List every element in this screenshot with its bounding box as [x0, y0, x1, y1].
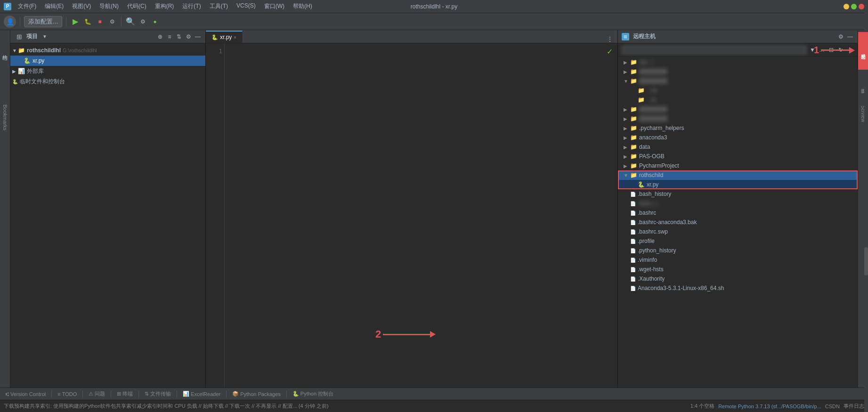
remote-tree-item[interactable]: 📁 ...la	[618, 95, 858, 105]
python-console-icon: 🐍	[292, 391, 299, 397]
left-sidebar: 结构 Bookmarks	[0, 30, 10, 388]
excel-reader-status[interactable]: 📊 ExcelReader	[181, 391, 222, 397]
tree-external-libs[interactable]: ▶ 📊 外部库	[10, 66, 205, 76]
remote-tree-item[interactable]: ▶ 📁	[618, 114, 858, 123]
remote-tree-item[interactable]: ▶ 📁	[618, 67, 858, 76]
remote-xauthority[interactable]: 📄 .Xauthority	[618, 274, 858, 283]
stop-button[interactable]: ■	[95, 16, 105, 27]
panel-close-icon[interactable]: —	[194, 33, 202, 40]
toolbar-separator-2	[66, 17, 66, 26]
remote-anaconda-sh[interactable]: 📄 Anaconda3-5.3.1-Linux-x86_64.sh	[618, 283, 858, 293]
remote-bashrc-swp[interactable]: 📄 .bashrc.swp	[618, 227, 858, 236]
settings-icon[interactable]: ⚙	[138, 16, 148, 27]
remote-viminfo[interactable]: 📄 .viminfo	[618, 255, 858, 265]
event-log-label[interactable]: 事件日志	[844, 403, 864, 410]
remote-anaconda3[interactable]: ▶ 📁 anaconda3	[618, 133, 858, 142]
build-button[interactable]: ⚙	[107, 16, 117, 27]
annotation-1-container: 远程开发	[858, 32, 868, 70]
terminal-status[interactable]: ⊞ 终端	[115, 390, 135, 397]
remote-settings-icon[interactable]: ⚙	[837, 33, 844, 40]
menu-refactor[interactable]: 重构(R)	[151, 1, 178, 11]
theme-icon[interactable]: ●	[150, 16, 160, 27]
remote-panel-title: 远程主机	[633, 32, 656, 40]
remote-panel: ⊞ 远程主机 ⚙ — ▼ … ⊟ ↻ × ▶ 📁 ww...l	[617, 30, 858, 388]
git-branch-label: CSDN	[825, 404, 840, 409]
panel-sort-icon[interactable]: ⇅	[175, 33, 183, 40]
remote-tree-item[interactable]: 📁 ...he	[618, 86, 858, 95]
remote-scrollbar-thumb[interactable]	[864, 247, 868, 275]
panel-header-icons: ⊕ ≡ ⇅ ⚙ —	[156, 33, 202, 40]
status-separator	[286, 391, 287, 397]
main-toolbar: 👤 添加配置... ▶ 🐛 ■ ⚙ 🔍 ⚙ ●	[0, 13, 868, 30]
close-button[interactable]	[859, 4, 864, 9]
remote-tree-item[interactable]: ▶ 📁 ww...l	[618, 57, 858, 67]
bottom-info-bar: 下载预构建共享索引: 使用预构建的Python软件包共享索引减少索引时间和 CP…	[0, 400, 868, 412]
remote-tree-item[interactable]: ▶ 📁	[618, 105, 858, 114]
editor-tab-xrpy[interactable]: 🐍 xr.py ×	[206, 31, 243, 43]
tree-temp-files[interactable]: 🐍 临时文件和控制台	[10, 76, 205, 87]
remote-bash-history[interactable]: 📄 .bash_history	[618, 189, 858, 199]
remote-tree-item[interactable]: ▼ 📁	[618, 76, 858, 86]
tree-root-folder[interactable]: ▼ 📁 rothschildlhl G:\rothschildlhl	[10, 45, 205, 56]
python-console-status[interactable]: 🐍 Python 控制台	[291, 390, 335, 397]
remote-xrpy[interactable]: 🐍 xr.py	[618, 180, 858, 189]
menu-code[interactable]: 代码(C)	[123, 1, 150, 11]
terminal-icon: ⊞	[117, 391, 121, 397]
menu-edit[interactable]: 编辑(E)	[41, 1, 67, 11]
menu-window[interactable]: 窗口(W)	[260, 1, 288, 11]
menu-navigate[interactable]: 导航(N)	[96, 1, 122, 11]
remote-rothschild[interactable]: ▼ 📁 rothschild	[618, 170, 858, 180]
collapse-all-icon[interactable]: ≡	[166, 33, 173, 40]
toolbar-separator-1	[20, 17, 20, 26]
tab-close-button[interactable]: ×	[234, 35, 236, 40]
menu-help[interactable]: 帮助(H)	[289, 1, 316, 11]
remote-profile[interactable]: 📄 .profile	[618, 236, 858, 246]
menu-file[interactable]: 文件(F)	[14, 1, 40, 11]
panel-settings-icon[interactable]: ⚙	[185, 33, 192, 40]
remote-wget-hsts[interactable]: 📄 .wget-hsts	[618, 265, 858, 274]
python-packages-status[interactable]: 📦 Python Packages	[230, 391, 283, 397]
avatar-icon[interactable]: 👤	[4, 16, 16, 28]
debug-button[interactable]: 🐛	[82, 16, 93, 27]
remote-bashrc[interactable]: 📄 .bashrc	[618, 208, 858, 218]
remote-bashrc-anaconda[interactable]: 📄 .bashrc-anaconda3.bak	[618, 218, 858, 227]
sidebar-bookmarks[interactable]: Bookmarks	[1, 99, 9, 137]
project-panel-header: ⊞ 项目 ▼ ⊕ ≡ ⇅ ⚙ —	[10, 30, 205, 43]
project-panel: ⊞ 项目 ▼ ⊕ ≡ ⇅ ⚙ — ▼ 📁 rothschildlhl G:\ro…	[10, 30, 206, 388]
file-transfer-label: 文件传输	[150, 390, 171, 397]
run-button[interactable]: ▶	[70, 16, 81, 27]
minimize-button[interactable]	[844, 4, 849, 9]
todo-status[interactable]: ≡ TODO	[56, 391, 79, 397]
file-transfer-status[interactable]: ⇅ 文件传输	[143, 390, 173, 397]
tab-filename: xr.py	[220, 34, 232, 40]
title-bar: P 文件(F) 编辑(E) 视图(V) 导航(N) 代码(C) 重构(R) 运行…	[0, 0, 868, 13]
menu-tools[interactable]: 工具(T)	[206, 1, 232, 11]
remote-panel-header: ⊞ 远程主机 ⚙ —	[618, 30, 858, 43]
menu-vcs[interactable]: VCS(S)	[233, 1, 260, 11]
remote-path-input[interactable]	[622, 45, 807, 55]
add-config-button[interactable]: 添加配置...	[24, 16, 62, 27]
locate-icon[interactable]: ⊕	[156, 33, 164, 40]
tree-file-xrpy[interactable]: 🐍 xr.py	[10, 56, 205, 66]
version-control-status[interactable]: ⑆ Version Control	[4, 391, 48, 397]
status-bar: ⑆ Version Control ≡ TODO ⚠ 问题 ⊞ 终端 ⇅ 文件传…	[0, 388, 868, 400]
menu-view[interactable]: 视图(V)	[68, 1, 95, 11]
sidebar-structure[interactable]: 结构	[1, 32, 9, 70]
problems-status[interactable]: ⚠ 问题	[87, 390, 107, 397]
remote-python-history[interactable]: 📄 .python_history	[618, 246, 858, 255]
remote-pycharmproject[interactable]: ▶ 📁 PycharmProject	[618, 161, 858, 170]
interpreter-label[interactable]: Remote Python 3.7.13 (sf.../PASOGB/bin/p…	[718, 404, 821, 409]
remote-pas-ogb[interactable]: ▶ 📁 PAS-OGB	[618, 152, 858, 161]
remote-bash-logout[interactable]: 📄 .bash_l...	[618, 199, 858, 208]
search-everywhere-icon[interactable]: 🔍	[125, 16, 136, 27]
remote-minimize-icon[interactable]: —	[846, 33, 854, 40]
project-panel-title: 项目	[26, 32, 38, 40]
validation-ok-icon: ✓	[607, 47, 613, 56]
remote-pycharm-helpers[interactable]: ▶ 📁 .pycharm_helpers	[618, 123, 858, 133]
menu-run[interactable]: 运行(T)	[178, 1, 204, 11]
editor-menu-icon[interactable]: ⋮	[606, 35, 614, 43]
file-tree: ▼ 📁 rothschildlhl G:\rothschildlhl 🐍 xr.…	[10, 43, 205, 388]
remote-data[interactable]: ▶ 📁 data	[618, 142, 858, 152]
maximize-button[interactable]	[851, 4, 857, 9]
excel-label: ExcelReader	[191, 391, 220, 397]
